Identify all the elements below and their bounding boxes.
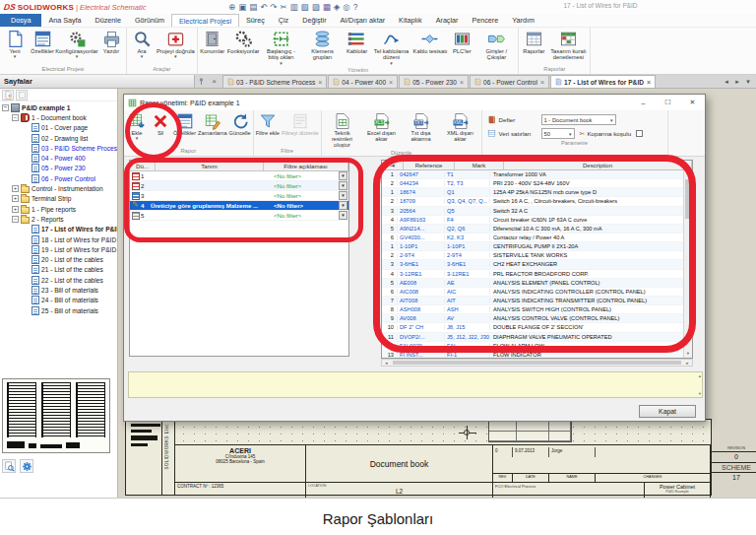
tree-item[interactable]: 04 - Power 400	[0, 153, 117, 163]
column-header[interactable]: Dü...	[130, 161, 156, 170]
reference-link[interactable]: AIC008	[398, 289, 445, 295]
qat-icon[interactable]: ▧	[301, 1, 309, 13]
reference-link[interactable]: 18674	[398, 189, 445, 195]
ribbon-button[interactable]: Yeni▾	[1, 29, 29, 59]
scroll-left-icon[interactable]: ◂	[382, 360, 391, 366]
ribbon-button[interactable]: PLC'ler▾	[448, 29, 475, 55]
qat-icon[interactable]: ↶	[260, 1, 267, 13]
filter-dropdown-icon[interactable]: ▼	[339, 181, 347, 190]
mark-link[interactable]: Q5	[445, 208, 490, 214]
menu-tab[interactable]: Kitaplık	[392, 14, 429, 27]
filter-dropdown-icon[interactable]: ▼	[339, 201, 347, 210]
tree-item[interactable]: 2 - Reports	[0, 214, 117, 224]
mark-link[interactable]: FAL	[445, 343, 490, 349]
tab-close-icon[interactable]: ×	[460, 79, 464, 86]
tree-item[interactable]: 03 - P&ID Scheme Process	[0, 143, 117, 153]
scrollbar-thumb[interactable]	[393, 361, 681, 365]
scroll-right-icon[interactable]: ▸	[732, 78, 742, 86]
table-row[interactable]: 7 AIT008 AIT ANALYSIS INDICATING TRANSMI…	[382, 297, 683, 305]
tab-list-icon[interactable]: ▾	[743, 78, 753, 86]
table-row[interactable]: 3 3-6HE1 3-6HE1 CH2 HEAT EXCHANGER	[382, 260, 683, 269]
table-row[interactable]: 1 18674 Q1 125A 4P 25kA NG125N mcb curve…	[382, 188, 683, 197]
table-row[interactable]: 6 AIC008 AIC ANALYSIS INDICATING CONTROL…	[382, 288, 683, 297]
vertical-scrollbar[interactable]: ▴ ▾	[683, 170, 692, 358]
ribbon-button[interactable]: Ara▾	[128, 29, 156, 59]
table-row[interactable]: 1 042647 T1 Transformer 1000 VA	[382, 170, 683, 179]
ribbon-button[interactable]: Konfigürasyonlar▾	[56, 29, 97, 59]
template-row[interactable]: 5 <No filter> ▼	[130, 211, 348, 221]
reference-link[interactable]: 042647	[398, 171, 445, 177]
column-header-arrow[interactable]: ⇥	[382, 161, 404, 169]
reference-link[interactable]: 18709	[398, 198, 445, 204]
page-thumbnail[interactable]	[2, 378, 110, 453]
menu-tab[interactable]: Yardım	[505, 14, 541, 27]
column-header-reference[interactable]: Reference	[404, 161, 455, 169]
menu-tab[interactable]: Araçlar	[429, 14, 466, 27]
mark-link[interactable]: Q2, Q6	[445, 226, 490, 232]
reference-link[interactable]: DVOP2/...	[398, 334, 445, 340]
table-row[interactable]: 12 FAL0020 FAL FLOW ALARM LOW	[382, 342, 683, 351]
scroll-up-icon[interactable]: ▴	[684, 170, 692, 178]
tree-item[interactable]: 02 - Drawing list	[0, 133, 117, 143]
tree-item[interactable]: 19 - List of Wires for P&ID	[0, 244, 117, 254]
table-row[interactable]: 11 DVOP2/... J5, J12, J22, J30 DIAPHRAGM…	[382, 333, 683, 342]
menu-tab[interactable]: Pencere	[465, 14, 505, 27]
ribbon-button[interactable]: Raporlar▾	[520, 29, 547, 55]
reference-link[interactable]: 1-10P1	[398, 243, 445, 249]
menu-tab[interactable]: Çiz	[272, 14, 295, 27]
tree-item[interactable]: 23 - Bill of materials	[0, 285, 117, 295]
toolbar-button[interactable]: Txt dışa aktarma▾	[402, 111, 441, 143]
dialog-title-bar[interactable]: Rapor yönetimi: P&ID example 1 – ☐ ✕	[124, 95, 705, 110]
menu-tab[interactable]: Değiştir	[295, 14, 333, 27]
tree-item[interactable]: 22 - List of the cables	[0, 275, 117, 285]
scrollbar-thumb[interactable]	[685, 179, 691, 219]
mark-link[interactable]: ASH	[445, 306, 490, 312]
scroll-down-icon[interactable]: ▾	[699, 391, 701, 396]
tree-expander-icon[interactable]	[12, 195, 19, 202]
rows-select[interactable]: 50 ▾	[541, 128, 575, 139]
qat-icon[interactable]: ▨	[312, 1, 320, 13]
column-header-description[interactable]: Description	[504, 161, 692, 169]
mark-link[interactable]: 3-12RE1	[445, 271, 490, 277]
template-row[interactable]: 3 <No filter> ▼	[130, 191, 348, 201]
mark-link[interactable]: F4	[445, 217, 490, 223]
table-row[interactable]: 10 DF 2" CH J8, J15 DOUBLE FLANGE OF 2' …	[382, 323, 683, 332]
reference-link[interactable]: 2-9T4	[398, 252, 445, 258]
reference-link[interactable]: A9N214...	[398, 226, 445, 232]
close-panel-icon[interactable]: ×	[208, 75, 220, 88]
mark-link[interactable]: 3-6HE1	[445, 261, 490, 267]
mark-link[interactable]: AIT	[445, 298, 490, 303]
tree-item[interactable]: 18 - List of Wires for P&ID	[0, 234, 117, 244]
qat-icon[interactable]: ▦	[323, 1, 331, 13]
reference-link[interactable]: AV008	[398, 315, 445, 321]
scroll-left-icon[interactable]: ◂	[722, 78, 731, 86]
column-header-mark[interactable]: Mark	[455, 161, 504, 169]
scroll-right-icon[interactable]: ▸	[683, 360, 692, 366]
tree-expander-icon[interactable]	[12, 185, 19, 192]
ribbon-button[interactable]: Kablolar▾	[344, 29, 371, 55]
mark-link[interactable]: Q1	[445, 189, 490, 195]
scroll-down-icon[interactable]: ▾	[684, 350, 692, 358]
mark-link[interactable]: Q3, Q4, Q7, Q...	[445, 198, 490, 204]
new-page-icon[interactable]	[2, 90, 14, 100]
ribbon-button[interactable]: Yazdır▾	[97, 29, 125, 55]
filter-dropdown-icon[interactable]: ▼	[339, 191, 347, 200]
ribbon-button[interactable]: Özellikler▾	[29, 29, 56, 55]
tree-item[interactable]: 21 - List of the cables	[0, 265, 117, 275]
reference-link[interactable]: A9F89163	[398, 217, 445, 223]
template-row[interactable]: 4 Üreticiye göre gruplanmış Malzeme ... …	[130, 201, 348, 211]
template-row[interactable]: 1 <No filter> ▼	[130, 171, 348, 181]
ribbon-button[interactable]: Konumlar▾	[199, 29, 226, 55]
reference-link[interactable]: 3-12RE1	[398, 271, 445, 277]
table-row[interactable]: 1 1-10P1 1-10P1 CENTRIFUGAL PUMP II 2X1-…	[382, 242, 683, 251]
menu-tab[interactable]: Düzenle	[89, 14, 128, 27]
table-row[interactable]: 2 18709 Q3, Q4, Q7, Q... Switch 16 A C, …	[382, 197, 683, 206]
qat-icon[interactable]: ◈	[334, 1, 341, 13]
mark-link[interactable]: T2, T3	[445, 180, 490, 186]
file-menu-tab[interactable]: Dosya	[0, 14, 41, 27]
mark-link[interactable]: J5, J12, J22, J30	[445, 334, 490, 340]
document-tab[interactable]: 06 - Power Control ×	[470, 75, 549, 88]
mark-link[interactable]: FI-1	[445, 352, 490, 358]
table-row[interactable]: 8 ASH008 ASH ANALYSIS SWITCH HIGH (CONTR…	[382, 305, 683, 314]
tree-item[interactable]: 20 - List of the cables	[0, 254, 117, 264]
